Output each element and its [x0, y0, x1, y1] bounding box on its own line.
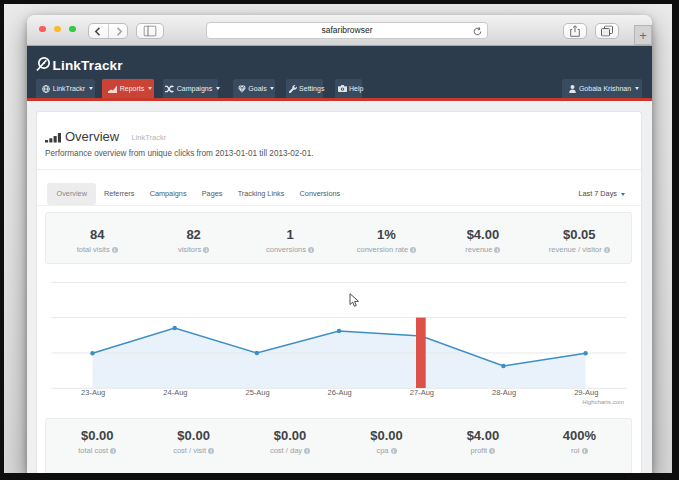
- svg-text:27-Aug: 27-Aug: [410, 388, 434, 397]
- svg-text:24-Aug: 24-Aug: [163, 388, 187, 397]
- svg-text:Highcharts.com: Highcharts.com: [582, 399, 624, 405]
- svg-text:25-Aug: 25-Aug: [246, 388, 270, 397]
- svg-text:29-Aug: 29-Aug: [574, 388, 598, 397]
- svg-text:26-Aug: 26-Aug: [328, 388, 352, 397]
- svg-text:23-Aug: 23-Aug: [81, 388, 105, 397]
- svg-text:28-Aug: 28-Aug: [492, 388, 516, 397]
